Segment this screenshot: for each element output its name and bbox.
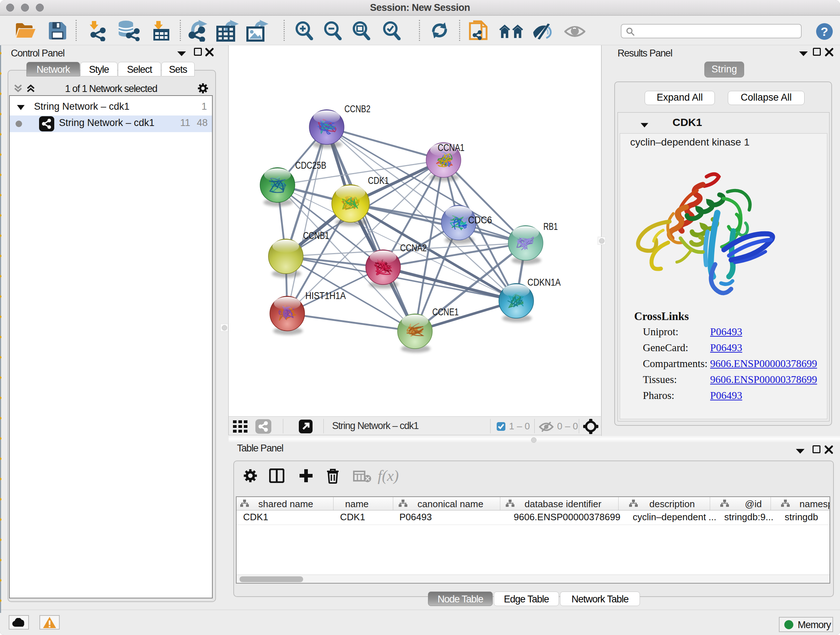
svg-text:CCNB2: CCNB2 [344,103,370,114]
svg-text:CDC6: CDC6 [468,215,492,226]
svg-text:HIST1H1A: HIST1H1A [305,290,346,301]
svg-text:RB1: RB1 [543,221,558,232]
svg-text:CCNB1: CCNB1 [303,230,329,241]
svg-text:CDK1: CDK1 [368,175,389,186]
svg-text:CDC25B: CDC25B [295,160,326,171]
svg-text:CCNE1: CCNE1 [432,307,459,318]
svg-text:CCNA2: CCNA2 [400,242,427,253]
svg-text:CDKN1A: CDKN1A [527,277,561,288]
svg-text:CCNA1: CCNA1 [438,142,464,153]
